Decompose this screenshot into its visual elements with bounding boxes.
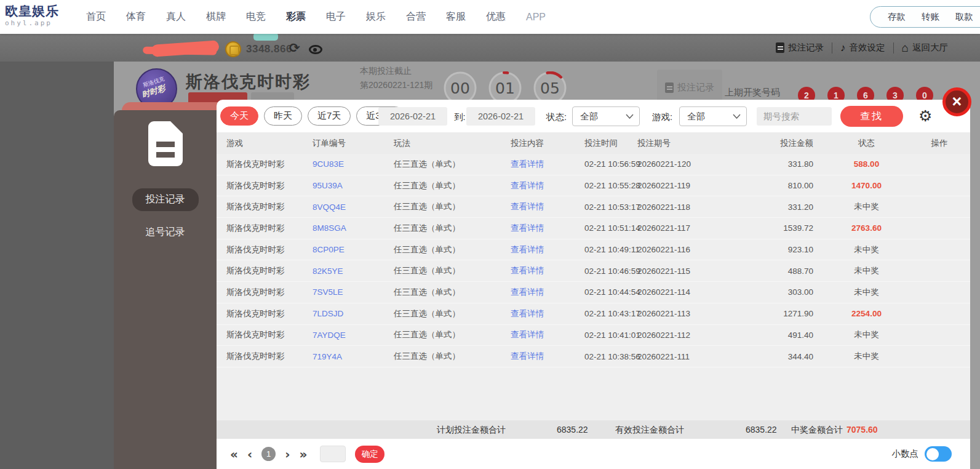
- sidebar-item-chase-records[interactable]: 追号记录: [146, 226, 185, 239]
- detail-link[interactable]: 查看详情: [511, 223, 584, 234]
- status-label: 状态:: [546, 111, 567, 123]
- table-row: 斯洛伐克时时彩 95U39A 任三直选（单式） 查看详情 02-21 10:55…: [217, 175, 970, 197]
- home-icon: ⌂: [902, 42, 909, 54]
- prev-page-icon[interactable]: ‹: [247, 447, 252, 462]
- order-link[interactable]: 8VQQ4E: [313, 202, 394, 212]
- nav-item-5[interactable]: 彩票: [286, 10, 306, 23]
- detail-link[interactable]: 查看详情: [511, 201, 584, 212]
- nav-item-3[interactable]: 棋牌: [206, 10, 226, 23]
- cell-play: 任三直选（单式）: [394, 265, 511, 276]
- nav-item-6[interactable]: 电子: [326, 10, 346, 23]
- cell-time: 02-21 10:51:14: [584, 223, 637, 233]
- cell-amount: 331.80: [754, 159, 816, 169]
- decimal-toggle[interactable]: [925, 446, 952, 462]
- cell-amount: 1271.90: [754, 309, 816, 318]
- col-header-5: 投注期号: [637, 138, 754, 149]
- table-empty-space: [217, 367, 970, 420]
- wallet-action-0[interactable]: 存款: [888, 11, 906, 23]
- document-icon: [665, 82, 674, 93]
- detail-link[interactable]: 查看详情: [511, 159, 584, 170]
- cell-amount: 923.10: [754, 245, 816, 254]
- nav-item-0[interactable]: 首页: [86, 10, 106, 23]
- wallet-action-1[interactable]: 转账: [922, 11, 939, 23]
- date-from-input[interactable]: [378, 107, 447, 126]
- quick-filter-1[interactable]: 昨天: [264, 106, 302, 126]
- nav-item-2[interactable]: 真人: [166, 10, 186, 23]
- search-button[interactable]: 查找: [840, 106, 903, 127]
- order-link[interactable]: 7AYDQE: [313, 331, 394, 340]
- to-label: 到:: [454, 111, 466, 123]
- period-search-input[interactable]: [757, 107, 832, 126]
- sound-settings-link[interactable]: ♪ 音效设定: [840, 42, 885, 54]
- eye-icon[interactable]: [309, 45, 322, 54]
- table-row: 斯洛伐克时时彩 7LDSJD 任三直选（单式） 查看详情 02-21 10:43…: [217, 303, 970, 325]
- cell-play: 任三直选（单式）: [394, 159, 511, 170]
- nav-item-1[interactable]: 体育: [126, 10, 146, 23]
- page-jump-input[interactable]: [320, 446, 346, 462]
- game-select[interactable]: 全部: [679, 106, 747, 126]
- nav-item-10[interactable]: 优惠: [486, 10, 506, 23]
- close-modal-button[interactable]: ×: [942, 87, 971, 116]
- last-page-icon[interactable]: »: [299, 447, 307, 462]
- nav-item-11[interactable]: APP: [526, 12, 546, 23]
- order-link[interactable]: 719Y4A: [313, 352, 394, 361]
- detail-link[interactable]: 查看详情: [511, 329, 584, 340]
- first-page-icon[interactable]: «: [230, 447, 238, 462]
- bet-records-link[interactable]: 投注记录: [776, 42, 824, 54]
- win-total-value: 7075.60: [847, 420, 878, 439]
- status-select[interactable]: 全部: [572, 106, 640, 126]
- gear-icon[interactable]: ⚙: [918, 107, 932, 125]
- next-page-icon[interactable]: ›: [285, 447, 290, 462]
- sidebar-item-bet-records[interactable]: 投注记录: [132, 188, 199, 211]
- order-link[interactable]: 7SV5LE: [313, 287, 394, 297]
- order-link[interactable]: 9CU83E: [313, 159, 394, 169]
- table-row: 斯洛伐克时时彩 7SV5LE 任三直选（单式） 查看详情 02-21 10:44…: [217, 282, 970, 303]
- cell-status: 未中奖: [816, 244, 917, 255]
- detail-link[interactable]: 查看详情: [511, 265, 584, 276]
- bet-records-modal: 今天昨天近7天近30天 到: 状态: 全部 游戏: 全部 查找 ⚙ 游戏订单编号…: [217, 100, 970, 469]
- confirm-button[interactable]: 确定: [355, 446, 384, 463]
- wallet-pill: 存款转账取款: [870, 6, 980, 28]
- refresh-icon[interactable]: ⟳: [289, 41, 300, 55]
- table-row: 斯洛伐克时时彩 7AYDQE 任三直选（单式） 查看详情 02-21 10:41…: [217, 325, 970, 347]
- return-lobby-link[interactable]: ⌂ 返回大厅: [902, 42, 948, 54]
- detail-link[interactable]: 查看详情: [511, 308, 584, 319]
- nav-item-8[interactable]: 合营: [406, 10, 426, 23]
- col-header-0: 游戏: [226, 138, 313, 149]
- detail-link[interactable]: 查看详情: [511, 351, 584, 362]
- cell-play: 任三直选（单式）: [394, 201, 511, 212]
- cell-play: 任三直选（单式）: [394, 287, 511, 298]
- detail-link[interactable]: 查看详情: [511, 180, 584, 191]
- table-row: 斯洛伐克时时彩 82K5YE 任三直选（单式） 查看详情 02-21 10:46…: [217, 260, 970, 282]
- nav-item-4[interactable]: 电竞: [246, 10, 266, 23]
- nav-item-7[interactable]: 娱乐: [366, 10, 386, 23]
- records-document-icon: [148, 121, 183, 166]
- cell-status: 2254.00: [816, 309, 917, 318]
- brand-name: 欧皇娱乐: [5, 4, 59, 17]
- nav-item-9[interactable]: 客服: [446, 10, 466, 23]
- table-row: 斯洛伐克时时彩 8VQQ4E 任三直选（单式） 查看详情 02-21 10:53…: [217, 196, 970, 218]
- order-link[interactable]: 95U39A: [313, 181, 394, 190]
- deadline-period: 第20260221-121期: [360, 81, 432, 89]
- pagination-bar: « ‹ 1 › » 确定 小数点: [217, 439, 970, 469]
- order-link[interactable]: 8M8SGA: [313, 223, 394, 233]
- order-link[interactable]: 7LDSJD: [313, 309, 394, 318]
- cell-period: 20260221-116: [637, 245, 754, 254]
- filter-bar: 今天昨天近7天近30天 到: 状态: 全部 游戏: 全部 查找 ⚙: [217, 100, 970, 132]
- wallet-action-2[interactable]: 取款: [955, 11, 973, 23]
- cell-game: 斯洛伐克时时彩: [226, 180, 313, 191]
- order-link[interactable]: 8CP0PE: [313, 245, 394, 254]
- planned-total-value: 6835.22: [557, 420, 588, 439]
- current-page-badge[interactable]: 1: [261, 447, 276, 461]
- detail-link[interactable]: 查看详情: [511, 287, 584, 298]
- detail-link[interactable]: 查看详情: [511, 244, 584, 255]
- order-link[interactable]: 82K5YE: [313, 267, 394, 276]
- cell-amount: 1539.72: [754, 223, 816, 233]
- deadline-label: 本期投注截止: [360, 66, 432, 75]
- quick-filter-2[interactable]: 近7天: [308, 106, 351, 126]
- brand-logo[interactable]: 欧皇娱乐 ohyl.app: [5, 4, 59, 26]
- quick-filter-0[interactable]: 今天: [220, 106, 258, 126]
- cell-game: 斯洛伐克时时彩: [226, 351, 313, 362]
- deadline-block: 本期投注截止 第20260221-121期: [360, 66, 432, 89]
- date-to-input[interactable]: [466, 107, 535, 126]
